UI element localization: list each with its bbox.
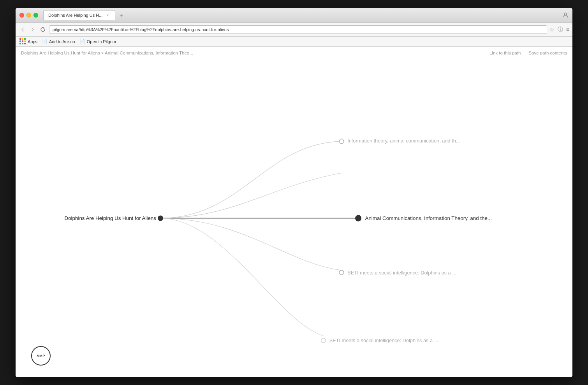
- open-in-pilgrim-label: Open in Pilgrim: [87, 39, 116, 44]
- new-tab-button[interactable]: +: [116, 10, 127, 20]
- save-path-button[interactable]: Save path contents: [529, 51, 567, 55]
- bookmark-star-icon[interactable]: ☆: [549, 26, 555, 33]
- tab-bar: Dolphins Are Helping Us H... × +: [43, 10, 562, 20]
- tab-title: Dolphins Are Helping Us H...: [48, 13, 102, 18]
- edge-to-lower: [160, 218, 342, 271]
- back-button[interactable]: [19, 26, 26, 33]
- pilgrim-doc-icon: 📄: [80, 39, 85, 44]
- top-node[interactable]: [339, 139, 344, 144]
- edge-to-bottom: [160, 218, 324, 336]
- maximize-button[interactable]: [33, 13, 38, 18]
- window-controls-right: [562, 12, 569, 18]
- apps-label: Apps: [28, 39, 37, 44]
- traffic-lights: [19, 13, 38, 18]
- info-icon[interactable]: ⓘ: [558, 26, 563, 33]
- menu-icon[interactable]: ≡: [566, 26, 569, 33]
- browser-window: Dolphins Are Helping Us H... × +: [16, 8, 572, 377]
- link-to-path-button[interactable]: Link to this path: [489, 51, 521, 55]
- add-to-arena-bookmark[interactable]: 📄 Add to Are.na: [42, 39, 75, 44]
- add-to-arena-label: Add to Are.na: [49, 39, 75, 44]
- network-visualization: Dolphins Are Helping Us Hunt for Aliens …: [16, 59, 572, 377]
- center-node[interactable]: [355, 215, 361, 221]
- tab-close-button[interactable]: ×: [105, 12, 110, 18]
- bookmark-doc-icon: 📄: [42, 39, 48, 44]
- lower-mid-node[interactable]: [339, 270, 344, 275]
- map-button[interactable]: MAP: [31, 346, 51, 366]
- left-node-label: Dolphins Are Helping Us Hunt for Aliens: [65, 215, 157, 221]
- lower-mid-node-label: SETI meets a social intelligence: Dolphi…: [347, 270, 456, 276]
- user-icon: [562, 12, 569, 18]
- edge-to-top: [160, 141, 342, 218]
- main-content: Dolphins Are Helping Us Hunt for Aliens …: [16, 59, 572, 377]
- breadcrumb-actions: Link to this path Save path contents: [489, 51, 567, 55]
- left-node[interactable]: [158, 216, 163, 221]
- active-tab[interactable]: Dolphins Are Helping Us H... ×: [43, 10, 115, 20]
- title-bar: Dolphins Are Helping Us H... × +: [16, 8, 572, 23]
- svg-point-0: [564, 13, 567, 15]
- edge-to-upper-mid: [160, 173, 342, 218]
- bottom-node-label: SETI meets a social intelligence: Dolphi…: [329, 338, 438, 343]
- close-button[interactable]: [19, 13, 24, 18]
- url-bar[interactable]: pilgrim.are.na/http%3A%2F%2Fnautil.us%2F…: [49, 25, 547, 34]
- forward-button[interactable]: [29, 26, 37, 33]
- breadcrumb-text: Dolphins Are Helping Us Hunt for Aliens …: [21, 51, 489, 55]
- bookmarks-bar: Apps 📄 Add to Are.na 📄 Open in Pilgrim: [16, 37, 572, 47]
- open-in-pilgrim-bookmark[interactable]: 📄 Open in Pilgrim: [80, 39, 116, 44]
- center-node-label: Animal Communications, Information Theor…: [365, 215, 492, 221]
- bottom-node[interactable]: [321, 338, 326, 343]
- apps-grid-icon: [19, 38, 26, 45]
- map-button-label: MAP: [37, 354, 45, 358]
- minimize-button[interactable]: [26, 13, 31, 18]
- reload-button[interactable]: [39, 26, 47, 33]
- top-node-label: Information theory, animal communication…: [347, 138, 460, 144]
- address-bar: pilgrim.are.na/http%3A%2F%2Fnautil.us%2F…: [16, 23, 572, 37]
- apps-bookmark[interactable]: Apps: [19, 38, 37, 45]
- address-right-controls: ☆ ⓘ ≡: [549, 26, 569, 33]
- breadcrumb-bar: Dolphins Are Helping Us Hunt for Aliens …: [16, 47, 572, 59]
- url-text: pilgrim.are.na/http%3A%2F%2Fnautil.us%2F…: [53, 27, 229, 32]
